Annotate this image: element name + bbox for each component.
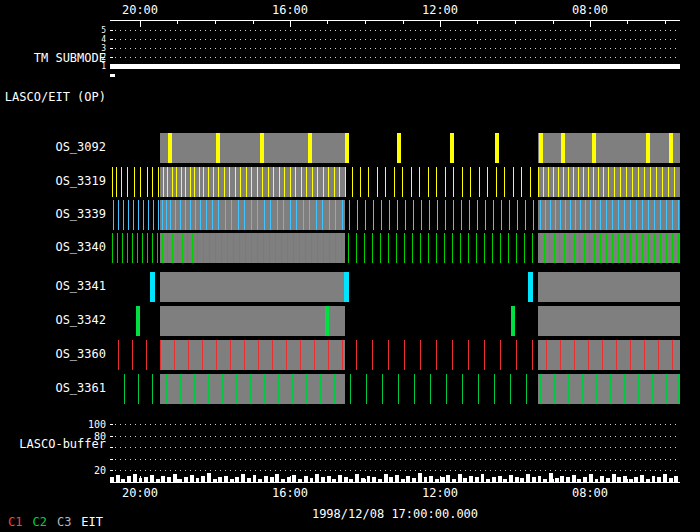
row-tick <box>574 340 575 370</box>
row-tick <box>250 374 251 404</box>
row-tick <box>150 272 155 302</box>
row-tick <box>260 133 264 163</box>
row-tick <box>251 200 252 230</box>
row-tick <box>620 167 621 197</box>
row-tick <box>564 233 565 263</box>
buffer-value-bar <box>281 479 285 482</box>
row-tick <box>468 340 469 370</box>
row-tick <box>268 167 269 197</box>
buffer-value-bar <box>218 477 222 482</box>
buffer-value-bar <box>424 477 428 482</box>
buffer-value-bar <box>674 476 678 482</box>
row-tick <box>540 374 541 404</box>
axis-minor-tick-top <box>515 21 516 24</box>
row-tick <box>264 374 265 404</box>
row-tick <box>213 167 214 197</box>
row-tick <box>290 167 291 197</box>
row-tick <box>329 200 330 230</box>
buffer-value-bar <box>315 474 319 482</box>
row-tick <box>428 167 429 197</box>
row-tick <box>349 200 350 230</box>
legend-item-c1: C1 <box>8 516 22 530</box>
row-tick <box>594 233 595 263</box>
row-tick <box>227 233 228 263</box>
row-tick <box>229 167 230 197</box>
buffer-value-bar <box>161 476 165 482</box>
buffer-value-bar <box>378 479 382 482</box>
row-tick <box>539 133 543 163</box>
row-tick <box>453 167 454 197</box>
buffer-value-bar <box>349 479 353 482</box>
row-label-os_3340: OS_3340 <box>2 241 106 254</box>
row-tick <box>128 200 129 230</box>
row-tick <box>356 233 357 263</box>
row-tick <box>216 133 220 163</box>
row-tick <box>372 233 373 263</box>
row-tick <box>495 133 499 163</box>
tm-submode-left-tick <box>110 39 113 40</box>
row-tick <box>477 200 478 230</box>
axis-label-bottom: 16:00 <box>268 487 312 500</box>
buffer-value-bar <box>589 474 593 482</box>
row-tick <box>468 233 469 263</box>
row-tick <box>380 233 381 263</box>
row-tick <box>162 233 163 263</box>
telemetry-timeline-chart: 20:0020:0016:0016:0012:0012:0008:0008:00… <box>0 0 700 532</box>
buffer-value-bar <box>401 479 405 482</box>
buffer-value-bar <box>258 479 262 482</box>
row-tick <box>269 233 270 263</box>
row-shaded-region <box>538 306 680 336</box>
lasco-eit-op-label: LASCO/EIT (OP) <box>2 91 106 104</box>
row-tick <box>170 200 171 230</box>
row-tick <box>147 233 148 263</box>
axis-minor-tick-top <box>327 21 328 24</box>
buffer-value-bar <box>230 479 234 482</box>
row-tick <box>328 167 329 197</box>
row-tick <box>275 233 276 263</box>
row-tick <box>574 233 575 263</box>
row-tick <box>160 340 161 370</box>
row-tick <box>595 200 596 230</box>
row-tick <box>334 167 335 197</box>
buffer-value-bar <box>452 479 456 482</box>
buffer-value-bar <box>224 476 228 482</box>
row-tick <box>152 374 153 404</box>
row-tick <box>328 340 329 370</box>
row-tick <box>484 340 485 370</box>
buffer-value-bar <box>178 479 182 482</box>
row-tick <box>487 167 488 197</box>
row-tick <box>397 200 398 230</box>
row-tick <box>118 200 119 230</box>
axis-label-bottom: 12:00 <box>418 487 462 500</box>
row-tick <box>341 233 342 263</box>
row-tick <box>602 340 603 370</box>
buffer-value-bar <box>657 477 661 482</box>
buffer-value-bar <box>566 477 570 482</box>
buffer-value-bar <box>498 476 502 482</box>
row-tick <box>666 233 667 263</box>
buffer-value-bar <box>475 477 479 482</box>
axis-minor-tick-top <box>553 21 554 24</box>
buffer-value-bar <box>287 477 291 482</box>
row-tick <box>381 200 382 230</box>
row-tick <box>231 200 232 230</box>
row-tick <box>306 374 307 404</box>
row-tick <box>273 167 274 197</box>
row-tick <box>509 200 510 230</box>
row-tick <box>630 200 631 230</box>
row-tick <box>296 200 297 230</box>
row-tick <box>654 233 655 263</box>
row-shaded-region <box>538 167 680 197</box>
row-tick <box>182 233 183 263</box>
row-tick <box>350 374 351 404</box>
buffer-value-bar <box>538 476 542 482</box>
time-axis-bottom-line <box>110 482 680 483</box>
row-label-os_3319: OS_3319 <box>2 175 106 188</box>
row-tick <box>405 200 406 230</box>
axis-label-top: 16:00 <box>268 4 312 17</box>
row-tick <box>136 306 140 336</box>
row-tick <box>662 167 663 197</box>
row-label-os_3341: OS_3341 <box>2 280 106 293</box>
row-tick <box>373 200 374 230</box>
row-tick <box>127 233 128 263</box>
